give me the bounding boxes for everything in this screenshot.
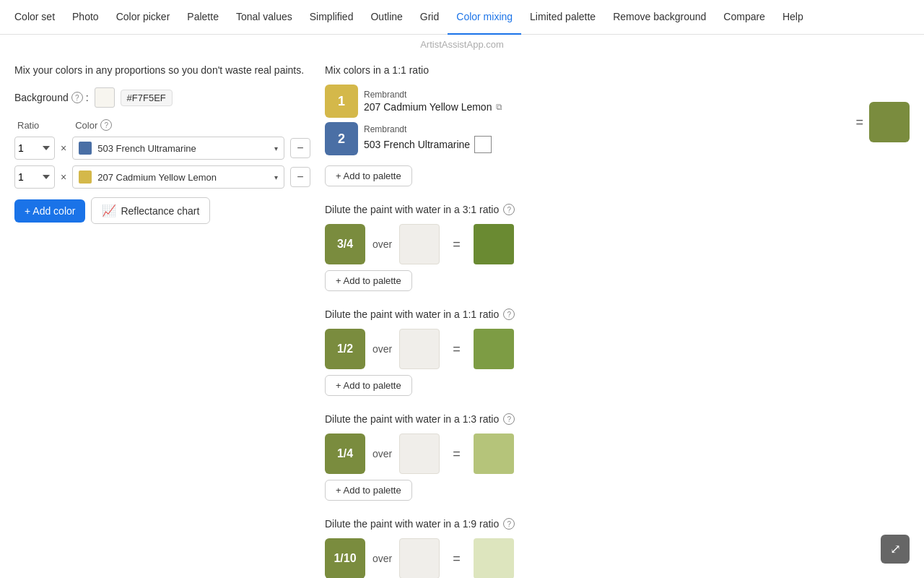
color-picker-btn-1[interactable]: 207 Cadmium Yellow Lemon ▾ [72, 165, 284, 189]
nav-item-help[interactable]: Help [774, 0, 812, 35]
mix-11-section: Mix colors in a 1:1 ratio 1 Rembrandt 20… [325, 64, 910, 186]
nav-item-color-set[interactable]: Color set [6, 0, 64, 35]
chart-icon: 📈 [102, 204, 116, 217]
nav-item-tonal-values[interactable]: Tonal values [227, 0, 301, 35]
remove-color-btn-1[interactable]: − [290, 167, 310, 187]
paint-brand-1: Rembrandt [364, 124, 850, 134]
left-panel: Mix your colors in any proportions so yo… [14, 64, 310, 578]
dilute-section-0: Dilute the paint with water in a 3:1 rat… [325, 204, 910, 291]
dilute-sections: Dilute the paint with water in a 3:1 rat… [325, 204, 910, 578]
col-headers: Ratio × Color ? [14, 119, 310, 131]
paint-name-0: 207 Cadmium Yellow Lemon ⧉ [364, 101, 850, 113]
dilute-over-1: over [372, 343, 392, 355]
dilute-over-0: over [372, 238, 392, 250]
dilute-badge-0: 3/4 [325, 224, 365, 264]
dilute-equals-2: = [453, 447, 461, 462]
paint-row-1: 2 Rembrandt 503 French Ultramarine [325, 122, 850, 155]
paint-name-1: 503 French Ultramarine [364, 136, 850, 153]
ratio-col-header: Ratio [17, 120, 58, 131]
nav-item-color-picker[interactable]: Color picker [108, 0, 179, 35]
water-swatch-3 [399, 538, 440, 578]
color-row-1: 123 × 207 Cadmium Yellow Lemon ▾ − [14, 165, 310, 189]
dilute-equals-3: = [453, 551, 461, 566]
ratio-select-1[interactable]: 123 [14, 165, 55, 189]
dilute-help-icon-2[interactable]: ? [503, 413, 515, 425]
color-rows: 123 × 503 French Ultramarine ▾ − 123 × 2… [14, 137, 310, 189]
nav-item-grid[interactable]: Grid [411, 0, 448, 35]
add-palette-mix11-button[interactable]: + Add to palette [325, 165, 412, 186]
reflectance-chart-button[interactable]: 📈 Reflectance chart [91, 197, 210, 224]
add-palette-dilute-0-button[interactable]: + Add to palette [325, 270, 412, 291]
dilute-result-1 [474, 329, 514, 369]
dilute-row-2: 1/4 over = [325, 434, 910, 474]
color-col-header: Color ? [75, 119, 310, 131]
color-picker-btn-0[interactable]: 503 French Ultramarine ▾ [72, 137, 284, 160]
color-name-0: 503 French Ultramarine [97, 143, 269, 154]
dilute-row-1: 1/2 over = [325, 329, 910, 369]
color-name-1: 207 Cadmium Yellow Lemon [97, 172, 269, 183]
paint-row-0: 1 Rembrandt 207 Cadmium Yellow Lemon ⧉ [325, 85, 850, 118]
color-swatch-0 [79, 142, 92, 155]
times-1: × [61, 171, 66, 183]
nav-item-palette[interactable]: Palette [178, 0, 227, 35]
dilute-equals-1: = [453, 342, 461, 357]
nav-item-photo[interactable]: Photo [64, 0, 108, 35]
link-icon-0[interactable]: ⧉ [496, 102, 502, 112]
add-palette-dilute-1-button[interactable]: + Add to palette [325, 375, 412, 396]
ratio-badge-1: 2 [325, 122, 358, 155]
nav-item-limited-palette[interactable]: Limited palette [521, 0, 604, 35]
main-content: Mix your colors in any proportions so yo… [0, 53, 924, 578]
dilute-section-3: Dilute the paint with water in a 1:9 rat… [325, 518, 910, 578]
dilute-title-0: Dilute the paint with water in a 3:1 rat… [325, 204, 910, 215]
dilute-result-2 [474, 434, 514, 474]
nav-item-simplified[interactable]: Simplified [301, 0, 362, 35]
dilute-over-3: over [372, 553, 392, 564]
mix-11-result-row: 1 Rembrandt 207 Cadmium Yellow Lemon ⧉ 2… [325, 85, 910, 160]
dilute-equals-0: = [453, 237, 461, 252]
dilute-title-1: Dilute the paint with water in a 1:1 rat… [325, 309, 910, 320]
fullscreen-button[interactable]: ⤢ [881, 535, 910, 564]
color-row-0: 123 × 503 French Ultramarine ▾ − [14, 137, 310, 160]
transparent-square-1 [474, 136, 492, 153]
background-help-icon[interactable]: ? [71, 92, 83, 103]
color-swatch-1 [79, 171, 92, 184]
dilute-title-2: Dilute the paint with water in a 1:3 rat… [325, 413, 910, 425]
dilute-help-icon-1[interactable]: ? [503, 309, 515, 320]
dilute-help-icon-0[interactable]: ? [503, 204, 515, 215]
water-swatch-2 [399, 434, 440, 474]
fullscreen-icon: ⤢ [890, 541, 901, 557]
ratio-badge-0: 1 [325, 85, 358, 118]
mix-11-title: Mix colors in a 1:1 ratio [325, 64, 910, 76]
dilute-row-0: 3/4 over = [325, 224, 910, 264]
ratio-select-0[interactable]: 123 [14, 137, 55, 160]
background-row: Background ?: #F7F5EF [14, 87, 310, 108]
nav-item-compare[interactable]: Compare [715, 0, 774, 35]
dilute-badge-2: 1/4 [325, 434, 365, 474]
add-color-button[interactable]: + Add color [14, 199, 85, 223]
dilute-over-2: over [372, 448, 392, 460]
dilute-section-1: Dilute the paint with water in a 1:1 rat… [325, 309, 910, 396]
remove-color-btn-0[interactable]: − [290, 138, 310, 158]
add-palette-dilute-2-button[interactable]: + Add to palette [325, 480, 412, 501]
dilute-help-icon-3[interactable]: ? [503, 518, 515, 530]
dilute-badge-3: 1/10 [325, 538, 365, 578]
nav-item-remove-bg[interactable]: Remove background [604, 0, 715, 35]
color-help-icon[interactable]: ? [100, 119, 112, 131]
mix-11-paints: 1 Rembrandt 207 Cadmium Yellow Lemon ⧉ 2… [325, 85, 910, 160]
background-hex: #F7F5EF [121, 90, 173, 106]
times-0: × [61, 142, 66, 154]
water-swatch-1 [399, 329, 440, 369]
background-swatch[interactable] [95, 87, 115, 108]
water-swatch-0 [399, 224, 440, 264]
paint-brand-0: Rembrandt [364, 90, 850, 100]
subtitle: Mix your colors in any proportions so yo… [14, 64, 310, 76]
paint-info-0: Rembrandt 207 Cadmium Yellow Lemon ⧉ [364, 90, 850, 113]
chevron-down-icon-1: ▾ [274, 173, 278, 181]
nav-item-outline[interactable]: Outline [362, 0, 411, 35]
nav-item-color-mixing[interactable]: Color mixing [448, 0, 521, 35]
dilute-title-3: Dilute the paint with water in a 1:9 rat… [325, 518, 910, 530]
dilute-row-3: 1/10 over = [325, 538, 910, 578]
dilute-badge-1: 1/2 [325, 329, 365, 369]
top-nav: Color setPhotoColor pickerPaletteTonal v… [0, 0, 924, 35]
dilute-result-3 [474, 538, 514, 578]
